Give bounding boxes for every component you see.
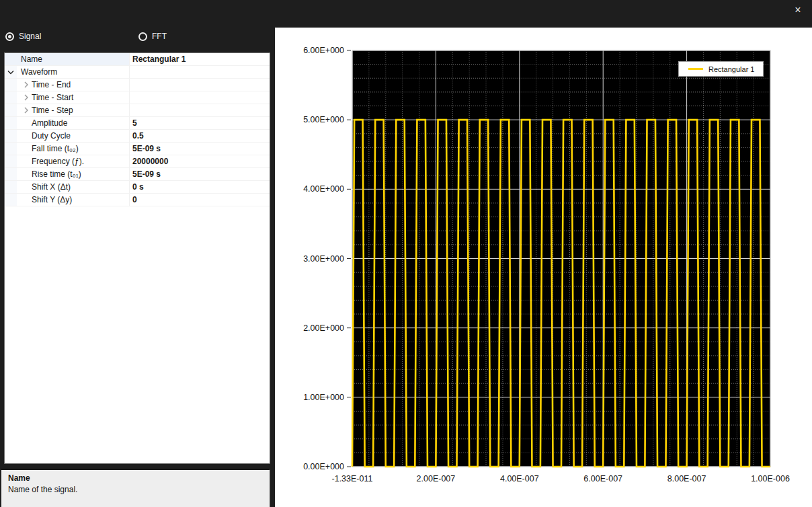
signal-fft-toggle: Signal FFT bbox=[5, 32, 270, 44]
property-value[interactable]: 5E-09 s bbox=[130, 168, 270, 180]
property-label-text: Fall time (t₀₂) bbox=[32, 143, 79, 155]
property-label: Name bbox=[17, 53, 130, 65]
property-label-text: Time - Start bbox=[32, 91, 73, 104]
y-axis-tick-label: 4.00E+000 bbox=[303, 184, 344, 194]
help-panel: Name Name of the signal. bbox=[1, 469, 270, 507]
help-description: Name of the signal. bbox=[8, 485, 263, 494]
property-label: Fall time (t₀₂) bbox=[17, 143, 130, 155]
property-label: Waveform bbox=[17, 66, 130, 78]
property-value[interactable] bbox=[130, 79, 270, 91]
row-gutter bbox=[5, 53, 17, 65]
property-value[interactable]: 5E-09 s bbox=[130, 143, 270, 155]
property-value[interactable] bbox=[130, 104, 270, 116]
radio-fft-label: FFT bbox=[152, 32, 167, 41]
property-label: Time - End bbox=[17, 79, 130, 91]
collapsed-chevron-icon[interactable] bbox=[21, 81, 32, 88]
app-window: × Signal FFT NameRectangular 1WaveformTi… bbox=[0, 0, 812, 507]
y-axis-tick-label: 3.00E+000 bbox=[303, 254, 344, 264]
property-row[interactable]: Waveform bbox=[5, 66, 270, 79]
property-label: Time - Start bbox=[17, 91, 130, 104]
row-gutter bbox=[5, 155, 17, 167]
property-row[interactable]: Frequency (ƒ).20000000 bbox=[5, 155, 270, 168]
collapsed-chevron-icon[interactable] bbox=[21, 94, 32, 101]
waveform-chart: 6.00E+0005.00E+0004.00E+0003.00E+0002.00… bbox=[275, 28, 812, 507]
row-gutter bbox=[5, 168, 17, 180]
property-row[interactable]: Shift X (Δt)0 s bbox=[5, 181, 270, 194]
property-value[interactable]: 20000000 bbox=[130, 155, 270, 167]
row-gutter bbox=[5, 117, 17, 129]
x-axis-tick-label: 4.00E-007 bbox=[500, 474, 539, 483]
radio-selected-icon bbox=[5, 32, 14, 41]
property-row[interactable]: Rise time (t₀₁)5E-09 s bbox=[5, 168, 270, 181]
x-axis-tick-label: 2.00E-007 bbox=[417, 474, 456, 483]
chart-legend[interactable]: Rectangular 1 bbox=[678, 61, 764, 77]
property-row[interactable]: Fall time (t₀₂)5E-09 s bbox=[5, 143, 270, 155]
row-gutter bbox=[5, 194, 17, 206]
close-icon[interactable]: × bbox=[789, 3, 807, 17]
property-value[interactable] bbox=[130, 66, 270, 78]
property-row[interactable]: Time - End bbox=[5, 79, 270, 91]
x-axis-tick-label: 8.00E-007 bbox=[667, 474, 706, 483]
property-label-text: Time - End bbox=[32, 79, 71, 91]
row-gutter bbox=[5, 143, 17, 155]
property-label-text: Amplitude bbox=[32, 117, 67, 129]
property-value[interactable]: 5 bbox=[130, 117, 270, 129]
property-row[interactable]: Time - Step bbox=[5, 104, 270, 117]
property-label-text: Rise time (t₀₁) bbox=[32, 168, 81, 180]
property-value[interactable]: Rectangular 1 bbox=[130, 53, 270, 65]
help-title: Name bbox=[8, 473, 263, 483]
property-label-text: Shift X (Δt) bbox=[32, 181, 71, 193]
property-label-text: Time - Step bbox=[32, 104, 73, 116]
expand-chevron-icon[interactable] bbox=[5, 66, 17, 78]
y-axis-tick-label: 1.00E+000 bbox=[303, 393, 344, 402]
property-label-text: Duty Cycle bbox=[32, 130, 71, 142]
row-gutter bbox=[5, 79, 17, 91]
property-label: Frequency (ƒ). bbox=[17, 155, 130, 167]
row-gutter bbox=[5, 181, 17, 193]
property-value[interactable]: 0 bbox=[130, 194, 270, 206]
x-axis-tick-label: -1.33E-011 bbox=[332, 474, 373, 483]
property-label-text: Shift Y (Δy) bbox=[32, 194, 72, 206]
y-axis-tick-label: 6.00E+000 bbox=[303, 46, 344, 55]
radio-signal[interactable]: Signal bbox=[5, 32, 41, 41]
property-value[interactable] bbox=[130, 91, 270, 104]
property-value[interactable]: 0 s bbox=[130, 181, 270, 193]
collapsed-chevron-icon[interactable] bbox=[21, 107, 32, 114]
property-label: Rise time (t₀₁) bbox=[17, 168, 130, 180]
property-row[interactable]: Amplitude5 bbox=[5, 117, 270, 130]
property-label-text: Name bbox=[21, 53, 42, 65]
property-label-text: Waveform bbox=[21, 66, 57, 78]
property-row[interactable]: Duty Cycle0.5 bbox=[5, 130, 270, 143]
y-axis-tick-label: 5.00E+000 bbox=[303, 115, 344, 124]
property-label: Time - Step bbox=[17, 104, 130, 116]
row-gutter bbox=[5, 130, 17, 142]
radio-signal-label: Signal bbox=[19, 32, 41, 41]
row-gutter bbox=[5, 104, 17, 116]
legend-series-label: Rectangular 1 bbox=[708, 65, 755, 73]
x-axis-tick-label: 1.00E-006 bbox=[751, 474, 790, 483]
row-gutter bbox=[5, 91, 17, 104]
property-label: Amplitude bbox=[17, 117, 130, 129]
property-label: Shift Y (Δy) bbox=[17, 194, 130, 206]
property-row[interactable]: Shift Y (Δy)0 bbox=[5, 194, 270, 206]
legend-line-icon bbox=[688, 68, 703, 70]
property-label: Shift X (Δt) bbox=[17, 181, 130, 193]
y-axis-tick-label: 0.00E+000 bbox=[303, 462, 344, 471]
property-row[interactable]: Time - Start bbox=[5, 91, 270, 104]
property-label: Duty Cycle bbox=[17, 130, 130, 142]
x-axis-tick-label: 6.00E-007 bbox=[583, 474, 622, 483]
property-label-text: Frequency (ƒ). bbox=[32, 155, 84, 167]
radio-unselected-icon bbox=[138, 32, 147, 41]
y-axis-tick-label: 2.00E+000 bbox=[303, 323, 344, 333]
chart-plot-area: 6.00E+0005.00E+0004.00E+0003.00E+0002.00… bbox=[275, 28, 812, 507]
property-value[interactable]: 0.5 bbox=[130, 130, 270, 142]
property-row[interactable]: NameRectangular 1 bbox=[5, 53, 270, 66]
property-grid: NameRectangular 1WaveformTime - EndTime … bbox=[4, 52, 270, 464]
radio-fft[interactable]: FFT bbox=[138, 32, 167, 41]
